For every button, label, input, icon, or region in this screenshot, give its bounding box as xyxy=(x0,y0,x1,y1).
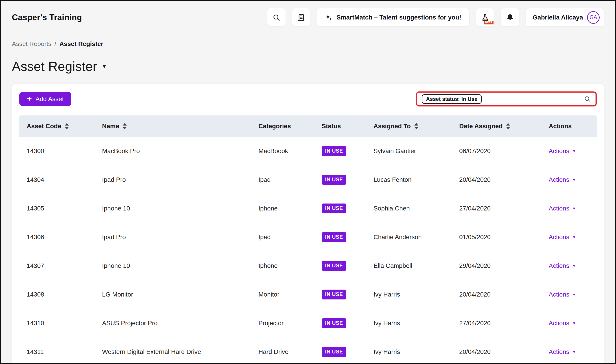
user-name: Gabriella Alicaya xyxy=(533,14,583,21)
actions-button[interactable]: Actions ▼ xyxy=(549,176,576,183)
page-title: Asset Register xyxy=(12,59,97,74)
actions-button[interactable]: Actions ▼ xyxy=(549,348,576,355)
asset-name-cell: Ipad Pro xyxy=(95,223,251,251)
page-title-row: Asset Register ▼ xyxy=(12,59,604,74)
beta-badge: BETA xyxy=(484,21,494,25)
table-row: 14307 Iphone 10 Iphone IN USE Ella Campb… xyxy=(19,251,597,280)
topbar: Casper's Training xyxy=(12,8,604,26)
status-cell: IN USE xyxy=(314,338,366,364)
status-badge: IN USE xyxy=(322,290,346,299)
status-badge: IN USE xyxy=(322,347,346,357)
date-assigned-cell: 27/04/2020 xyxy=(452,309,541,338)
assigned-to-cell: Ivy Harris xyxy=(366,309,452,338)
building-icon xyxy=(297,14,305,21)
chevron-down-icon[interactable]: ▼ xyxy=(102,64,107,69)
status-cell: IN USE xyxy=(314,194,366,223)
sort-icon[interactable] xyxy=(506,123,510,129)
chevron-down-icon: ▼ xyxy=(572,207,576,210)
assigned-to-cell: Ivy Harris xyxy=(366,338,452,364)
sparkle-icon xyxy=(325,14,333,21)
column-header-actions: Actions xyxy=(541,116,597,137)
status-cell: IN USE xyxy=(314,137,366,165)
assigned-to-cell: Charlie Anderson xyxy=(366,223,452,251)
date-assigned-cell: 20/04/2020 xyxy=(452,165,541,194)
date-assigned-cell: 20/04/2020 xyxy=(452,338,541,364)
smartmatch-button[interactable]: SmartMatch – Talent suggestions for you! xyxy=(317,8,469,26)
category-cell: Hard Drive xyxy=(251,338,314,364)
chevron-down-icon: ▼ xyxy=(572,235,576,239)
category-cell: Monitor xyxy=(251,280,314,309)
assigned-to-cell: Ivy Harris xyxy=(366,280,452,309)
sort-icon[interactable] xyxy=(65,123,69,129)
flask-icon xyxy=(481,13,489,22)
asset-code-cell: 14304 xyxy=(19,165,95,194)
assigned-to-cell: Lucas Fenton xyxy=(366,165,452,194)
user-menu-button[interactable]: Gabriella Alicaya GA xyxy=(526,8,604,26)
asset-code-cell: 14306 xyxy=(19,223,95,251)
actions-button[interactable]: Actions ▼ xyxy=(549,320,576,327)
card-toolbar: + Add Asset Asset status: In Use xyxy=(19,91,597,106)
actions-cell: Actions ▼ xyxy=(541,251,597,280)
smartmatch-label: SmartMatch – Talent suggestions for you! xyxy=(336,14,461,21)
bell-icon xyxy=(506,14,514,21)
actions-cell: Actions ▼ xyxy=(541,223,597,251)
table-row: 14308 LG Monitor Monitor IN USE Ivy Harr… xyxy=(19,280,597,309)
organisation-button[interactable] xyxy=(292,8,310,26)
breadcrumb-asset-reports[interactable]: Asset Reports xyxy=(12,40,51,48)
asset-name-cell: ASUS Projector Pro xyxy=(95,309,251,338)
date-assigned-cell: 27/04/2020 xyxy=(452,194,541,223)
asset-name-cell: LG Monitor xyxy=(95,280,251,309)
asset-code-cell: 14300 xyxy=(19,137,95,165)
actions-cell: Actions ▼ xyxy=(541,280,597,309)
column-header-date-assigned[interactable]: Date Assigned xyxy=(452,116,541,137)
category-cell: Ipad xyxy=(251,165,314,194)
asset-filter-search-input[interactable]: Asset status: In Use xyxy=(417,92,596,105)
app-title: Casper's Training xyxy=(12,13,82,22)
asset-name-cell: Iphone 10 xyxy=(95,251,251,280)
category-cell: Iphone xyxy=(251,251,314,280)
asset-code-cell: 14305 xyxy=(19,194,95,223)
actions-button[interactable]: Actions ▼ xyxy=(549,205,576,212)
asset-code-cell: 14307 xyxy=(19,251,95,280)
column-header-assigned-to[interactable]: Assigned To xyxy=(366,116,452,137)
table-row: 14304 Ipad Pro Ipad IN USE Lucas Fenton … xyxy=(19,165,597,194)
search-button[interactable] xyxy=(268,8,286,26)
chevron-down-icon: ▼ xyxy=(572,149,576,153)
plus-icon: + xyxy=(27,94,32,103)
category-cell: MacBoook xyxy=(251,137,314,165)
actions-button[interactable]: Actions ▼ xyxy=(549,262,576,269)
asset-code-cell: 14308 xyxy=(19,280,95,309)
actions-cell: Actions ▼ xyxy=(541,165,597,194)
date-assigned-cell: 06/07/2020 xyxy=(452,137,541,165)
add-asset-button[interactable]: + Add Asset xyxy=(19,92,71,106)
table-row: 14311 Western Digital External Hard Driv… xyxy=(19,338,597,364)
actions-button[interactable]: Actions ▼ xyxy=(549,147,576,155)
notifications-button[interactable] xyxy=(501,8,519,26)
column-header-name[interactable]: Name xyxy=(95,116,251,137)
add-asset-label: Add Asset xyxy=(35,95,64,103)
column-header-categories: Categories xyxy=(251,116,314,137)
status-badge: IN USE xyxy=(322,146,346,156)
breadcrumb-separator: / xyxy=(54,40,56,48)
chevron-down-icon: ▼ xyxy=(572,293,576,297)
chevron-down-icon: ▼ xyxy=(572,321,576,325)
filter-tag-asset-status[interactable]: Asset status: In Use xyxy=(422,94,482,104)
table-row: 14305 Iphone 10 Iphone IN USE Sophia Che… xyxy=(19,194,597,223)
status-badge: IN USE xyxy=(322,232,346,242)
status-cell: IN USE xyxy=(314,251,366,280)
table-row: 14306 Ipad Pro Ipad IN USE Charlie Ander… xyxy=(19,223,597,251)
actions-button[interactable]: Actions ▼ xyxy=(549,291,576,298)
date-assigned-cell: 20/04/2020 xyxy=(452,280,541,309)
chevron-down-icon: ▼ xyxy=(572,178,576,182)
column-header-asset-code[interactable]: Asset Code xyxy=(19,116,95,137)
asset-code-cell: 14310 xyxy=(19,309,95,338)
annotation-highlight: Asset status: In Use xyxy=(416,91,597,106)
labs-button[interactable]: BETA xyxy=(476,8,494,26)
sort-icon[interactable] xyxy=(123,123,127,129)
asset-name-cell: Iphone 10 xyxy=(95,194,251,223)
asset-register-card: + Add Asset Asset status: In Use xyxy=(12,84,604,364)
status-badge: IN USE xyxy=(322,204,346,213)
actions-button[interactable]: Actions ▼ xyxy=(549,234,576,241)
sort-icon[interactable] xyxy=(414,123,418,129)
table-row: 14300 MacBook Pro MacBoook IN USE Sylvai… xyxy=(19,137,597,165)
